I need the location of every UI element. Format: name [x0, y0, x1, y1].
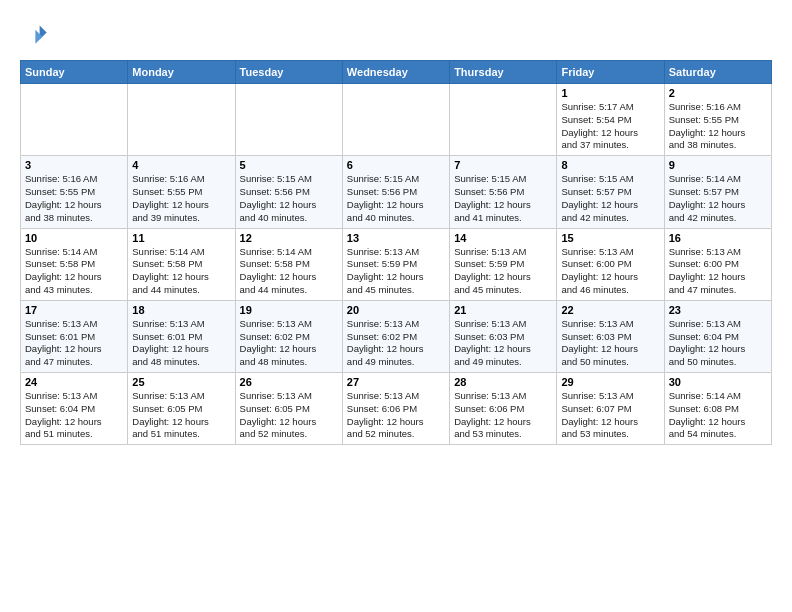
weekday-header-sunday: Sunday [21, 61, 128, 84]
day-number: 18 [132, 304, 230, 316]
day-number: 25 [132, 376, 230, 388]
day-info: Sunrise: 5:13 AM Sunset: 6:00 PM Dayligh… [561, 246, 659, 297]
day-cell [450, 84, 557, 156]
day-cell: 13Sunrise: 5:13 AM Sunset: 5:59 PM Dayli… [342, 228, 449, 300]
week-row-2: 3Sunrise: 5:16 AM Sunset: 5:55 PM Daylig… [21, 156, 772, 228]
day-cell: 8Sunrise: 5:15 AM Sunset: 5:57 PM Daylig… [557, 156, 664, 228]
day-number: 28 [454, 376, 552, 388]
day-info: Sunrise: 5:17 AM Sunset: 5:54 PM Dayligh… [561, 101, 659, 152]
day-cell: 21Sunrise: 5:13 AM Sunset: 6:03 PM Dayli… [450, 300, 557, 372]
day-info: Sunrise: 5:13 AM Sunset: 6:04 PM Dayligh… [25, 390, 123, 441]
day-info: Sunrise: 5:14 AM Sunset: 5:57 PM Dayligh… [669, 173, 767, 224]
day-info: Sunrise: 5:13 AM Sunset: 6:02 PM Dayligh… [347, 318, 445, 369]
day-cell: 5Sunrise: 5:15 AM Sunset: 5:56 PM Daylig… [235, 156, 342, 228]
day-info: Sunrise: 5:14 AM Sunset: 5:58 PM Dayligh… [25, 246, 123, 297]
day-cell: 14Sunrise: 5:13 AM Sunset: 5:59 PM Dayli… [450, 228, 557, 300]
day-info: Sunrise: 5:13 AM Sunset: 6:03 PM Dayligh… [561, 318, 659, 369]
day-info: Sunrise: 5:13 AM Sunset: 5:59 PM Dayligh… [347, 246, 445, 297]
day-cell: 25Sunrise: 5:13 AM Sunset: 6:05 PM Dayli… [128, 373, 235, 445]
day-info: Sunrise: 5:13 AM Sunset: 6:01 PM Dayligh… [25, 318, 123, 369]
header [20, 20, 772, 48]
weekday-header-tuesday: Tuesday [235, 61, 342, 84]
day-number: 4 [132, 159, 230, 171]
logo-icon [20, 20, 48, 48]
day-number: 14 [454, 232, 552, 244]
weekday-header-row: SundayMondayTuesdayWednesdayThursdayFrid… [21, 61, 772, 84]
day-number: 1 [561, 87, 659, 99]
day-number: 17 [25, 304, 123, 316]
day-number: 27 [347, 376, 445, 388]
day-cell: 29Sunrise: 5:13 AM Sunset: 6:07 PM Dayli… [557, 373, 664, 445]
day-cell: 10Sunrise: 5:14 AM Sunset: 5:58 PM Dayli… [21, 228, 128, 300]
day-cell: 11Sunrise: 5:14 AM Sunset: 5:58 PM Dayli… [128, 228, 235, 300]
day-cell [128, 84, 235, 156]
day-number: 9 [669, 159, 767, 171]
day-info: Sunrise: 5:13 AM Sunset: 6:05 PM Dayligh… [240, 390, 338, 441]
day-number: 23 [669, 304, 767, 316]
day-cell: 28Sunrise: 5:13 AM Sunset: 6:06 PM Dayli… [450, 373, 557, 445]
day-cell: 15Sunrise: 5:13 AM Sunset: 6:00 PM Dayli… [557, 228, 664, 300]
day-cell: 19Sunrise: 5:13 AM Sunset: 6:02 PM Dayli… [235, 300, 342, 372]
day-number: 2 [669, 87, 767, 99]
day-cell: 20Sunrise: 5:13 AM Sunset: 6:02 PM Dayli… [342, 300, 449, 372]
day-cell: 9Sunrise: 5:14 AM Sunset: 5:57 PM Daylig… [664, 156, 771, 228]
day-cell: 24Sunrise: 5:13 AM Sunset: 6:04 PM Dayli… [21, 373, 128, 445]
day-info: Sunrise: 5:16 AM Sunset: 5:55 PM Dayligh… [132, 173, 230, 224]
day-cell: 23Sunrise: 5:13 AM Sunset: 6:04 PM Dayli… [664, 300, 771, 372]
weekday-header-monday: Monday [128, 61, 235, 84]
day-info: Sunrise: 5:14 AM Sunset: 5:58 PM Dayligh… [240, 246, 338, 297]
day-number: 21 [454, 304, 552, 316]
day-number: 7 [454, 159, 552, 171]
day-info: Sunrise: 5:14 AM Sunset: 6:08 PM Dayligh… [669, 390, 767, 441]
day-cell: 18Sunrise: 5:13 AM Sunset: 6:01 PM Dayli… [128, 300, 235, 372]
day-cell: 6Sunrise: 5:15 AM Sunset: 5:56 PM Daylig… [342, 156, 449, 228]
day-info: Sunrise: 5:13 AM Sunset: 6:06 PM Dayligh… [454, 390, 552, 441]
day-number: 8 [561, 159, 659, 171]
day-cell: 16Sunrise: 5:13 AM Sunset: 6:00 PM Dayli… [664, 228, 771, 300]
calendar-header: SundayMondayTuesdayWednesdayThursdayFrid… [21, 61, 772, 84]
day-cell [235, 84, 342, 156]
day-info: Sunrise: 5:13 AM Sunset: 6:00 PM Dayligh… [669, 246, 767, 297]
day-info: Sunrise: 5:13 AM Sunset: 6:01 PM Dayligh… [132, 318, 230, 369]
day-info: Sunrise: 5:13 AM Sunset: 5:59 PM Dayligh… [454, 246, 552, 297]
day-cell: 2Sunrise: 5:16 AM Sunset: 5:55 PM Daylig… [664, 84, 771, 156]
weekday-header-friday: Friday [557, 61, 664, 84]
day-cell: 12Sunrise: 5:14 AM Sunset: 5:58 PM Dayli… [235, 228, 342, 300]
day-info: Sunrise: 5:15 AM Sunset: 5:57 PM Dayligh… [561, 173, 659, 224]
day-cell [21, 84, 128, 156]
day-info: Sunrise: 5:16 AM Sunset: 5:55 PM Dayligh… [25, 173, 123, 224]
day-cell: 17Sunrise: 5:13 AM Sunset: 6:01 PM Dayli… [21, 300, 128, 372]
week-row-5: 24Sunrise: 5:13 AM Sunset: 6:04 PM Dayli… [21, 373, 772, 445]
day-number: 11 [132, 232, 230, 244]
day-info: Sunrise: 5:15 AM Sunset: 5:56 PM Dayligh… [240, 173, 338, 224]
day-info: Sunrise: 5:13 AM Sunset: 6:06 PM Dayligh… [347, 390, 445, 441]
day-info: Sunrise: 5:13 AM Sunset: 6:03 PM Dayligh… [454, 318, 552, 369]
page: SundayMondayTuesdayWednesdayThursdayFrid… [0, 0, 792, 465]
day-info: Sunrise: 5:13 AM Sunset: 6:02 PM Dayligh… [240, 318, 338, 369]
weekday-header-wednesday: Wednesday [342, 61, 449, 84]
day-number: 22 [561, 304, 659, 316]
weekday-header-thursday: Thursday [450, 61, 557, 84]
day-number: 29 [561, 376, 659, 388]
day-info: Sunrise: 5:13 AM Sunset: 6:04 PM Dayligh… [669, 318, 767, 369]
day-number: 30 [669, 376, 767, 388]
day-number: 13 [347, 232, 445, 244]
day-cell: 1Sunrise: 5:17 AM Sunset: 5:54 PM Daylig… [557, 84, 664, 156]
week-row-4: 17Sunrise: 5:13 AM Sunset: 6:01 PM Dayli… [21, 300, 772, 372]
day-info: Sunrise: 5:14 AM Sunset: 5:58 PM Dayligh… [132, 246, 230, 297]
day-number: 19 [240, 304, 338, 316]
day-cell: 7Sunrise: 5:15 AM Sunset: 5:56 PM Daylig… [450, 156, 557, 228]
calendar-body: 1Sunrise: 5:17 AM Sunset: 5:54 PM Daylig… [21, 84, 772, 445]
day-info: Sunrise: 5:13 AM Sunset: 6:05 PM Dayligh… [132, 390, 230, 441]
day-info: Sunrise: 5:13 AM Sunset: 6:07 PM Dayligh… [561, 390, 659, 441]
week-row-3: 10Sunrise: 5:14 AM Sunset: 5:58 PM Dayli… [21, 228, 772, 300]
day-cell: 3Sunrise: 5:16 AM Sunset: 5:55 PM Daylig… [21, 156, 128, 228]
day-number: 3 [25, 159, 123, 171]
day-number: 26 [240, 376, 338, 388]
logo [20, 20, 50, 48]
day-number: 10 [25, 232, 123, 244]
day-cell: 4Sunrise: 5:16 AM Sunset: 5:55 PM Daylig… [128, 156, 235, 228]
day-number: 15 [561, 232, 659, 244]
day-cell: 30Sunrise: 5:14 AM Sunset: 6:08 PM Dayli… [664, 373, 771, 445]
day-info: Sunrise: 5:15 AM Sunset: 5:56 PM Dayligh… [347, 173, 445, 224]
